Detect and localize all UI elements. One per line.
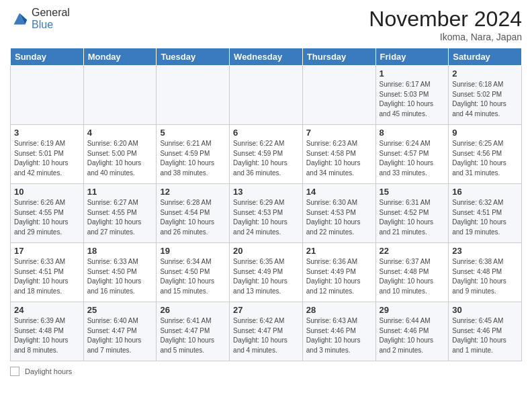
title-block: November 2024 Ikoma, Nara, Japan: [369, 7, 522, 42]
day-info: Sunrise: 6:35 AM Sunset: 4:49 PM Dayligh…: [233, 257, 299, 296]
logo-general: General: [32, 7, 70, 18]
day-info: Sunrise: 6:32 AM Sunset: 4:51 PM Dayligh…: [452, 198, 518, 237]
header-row: SundayMondayTuesdayWednesdayThursdayFrid…: [11, 48, 522, 66]
day-info: Sunrise: 6:44 AM Sunset: 4:46 PM Dayligh…: [380, 316, 445, 355]
day-cell: 19Sunrise: 6:34 AM Sunset: 4:50 PM Dayli…: [157, 243, 230, 302]
day-cell: 5Sunrise: 6:21 AM Sunset: 4:59 PM Daylig…: [157, 125, 230, 184]
day-info: Sunrise: 6:45 AM Sunset: 4:46 PM Dayligh…: [452, 316, 518, 355]
day-number: 11: [87, 187, 153, 197]
day-info: Sunrise: 6:38 AM Sunset: 4:48 PM Dayligh…: [452, 257, 518, 296]
day-info: Sunrise: 6:37 AM Sunset: 4:48 PM Dayligh…: [380, 257, 445, 296]
day-info: Sunrise: 6:25 AM Sunset: 4:56 PM Dayligh…: [452, 139, 518, 178]
day-number: 17: [14, 246, 80, 256]
day-cell: 18Sunrise: 6:33 AM Sunset: 4:50 PM Dayli…: [83, 243, 157, 302]
day-info: Sunrise: 6:18 AM Sunset: 5:02 PM Dayligh…: [452, 80, 518, 119]
day-number: 10: [14, 187, 80, 197]
day-info: Sunrise: 6:22 AM Sunset: 4:59 PM Dayligh…: [233, 139, 299, 178]
day-info: Sunrise: 6:41 AM Sunset: 4:47 PM Dayligh…: [160, 316, 226, 355]
day-cell: 2Sunrise: 6:18 AM Sunset: 5:02 PM Daylig…: [449, 66, 522, 125]
day-number: 30: [452, 305, 518, 315]
day-cell: 24Sunrise: 6:39 AM Sunset: 4:48 PM Dayli…: [11, 302, 84, 361]
day-info: Sunrise: 6:34 AM Sunset: 4:50 PM Dayligh…: [160, 257, 226, 296]
week-row-1: 1Sunrise: 6:17 AM Sunset: 5:03 PM Daylig…: [11, 66, 522, 125]
day-cell: 3Sunrise: 6:19 AM Sunset: 5:01 PM Daylig…: [11, 125, 84, 184]
day-number: 26: [160, 305, 226, 315]
day-cell: [157, 66, 230, 125]
day-cell: 15Sunrise: 6:31 AM Sunset: 4:52 PM Dayli…: [375, 184, 449, 243]
day-cell: 10Sunrise: 6:26 AM Sunset: 4:55 PM Dayli…: [11, 184, 84, 243]
day-number: 6: [233, 128, 299, 138]
day-cell: [230, 66, 303, 125]
day-number: 9: [452, 128, 518, 138]
day-cell: 28Sunrise: 6:43 AM Sunset: 4:46 PM Dayli…: [302, 302, 375, 361]
day-info: Sunrise: 6:27 AM Sunset: 4:55 PM Dayligh…: [87, 198, 153, 237]
location-subtitle: Ikoma, Nara, Japan: [369, 32, 522, 42]
day-info: Sunrise: 6:24 AM Sunset: 4:57 PM Dayligh…: [380, 139, 445, 178]
day-number: 28: [306, 305, 372, 315]
day-number: 2: [452, 68, 518, 79]
day-number: 16: [452, 187, 518, 197]
day-number: 1: [380, 68, 445, 79]
day-number: 23: [452, 246, 518, 256]
day-cell: 20Sunrise: 6:35 AM Sunset: 4:49 PM Dayli…: [230, 243, 303, 302]
day-info: Sunrise: 6:40 AM Sunset: 4:47 PM Dayligh…: [87, 316, 153, 355]
day-number: 20: [233, 246, 299, 256]
legend-box: [10, 367, 19, 376]
day-cell: 27Sunrise: 6:42 AM Sunset: 4:47 PM Dayli…: [230, 302, 303, 361]
day-cell: 13Sunrise: 6:29 AM Sunset: 4:53 PM Dayli…: [230, 184, 303, 243]
day-cell: 8Sunrise: 6:24 AM Sunset: 4:57 PM Daylig…: [375, 125, 449, 184]
day-cell: 25Sunrise: 6:40 AM Sunset: 4:47 PM Dayli…: [83, 302, 157, 361]
legend-label: Daylight hours: [25, 367, 72, 375]
day-cell: 21Sunrise: 6:36 AM Sunset: 4:49 PM Dayli…: [302, 243, 375, 302]
day-number: 12: [160, 187, 226, 197]
day-cell: 7Sunrise: 6:23 AM Sunset: 4:58 PM Daylig…: [302, 125, 375, 184]
day-cell: 1Sunrise: 6:17 AM Sunset: 5:03 PM Daylig…: [375, 66, 449, 125]
logo-text: General Blue: [32, 7, 70, 31]
day-number: 27: [233, 305, 299, 315]
day-cell: 12Sunrise: 6:28 AM Sunset: 4:54 PM Dayli…: [157, 184, 230, 243]
day-number: 8: [380, 128, 445, 138]
legend: Daylight hours: [10, 367, 522, 376]
month-title: November 2024: [369, 7, 522, 32]
day-number: 7: [306, 128, 372, 138]
day-info: Sunrise: 6:36 AM Sunset: 4:49 PM Dayligh…: [306, 257, 372, 296]
header-day-tuesday: Tuesday: [157, 48, 230, 66]
day-number: 29: [380, 305, 445, 315]
day-cell: [302, 66, 375, 125]
logo: General Blue: [10, 7, 70, 31]
day-cell: 26Sunrise: 6:41 AM Sunset: 4:47 PM Dayli…: [157, 302, 230, 361]
day-info: Sunrise: 6:39 AM Sunset: 4:48 PM Dayligh…: [14, 316, 80, 355]
day-cell: 29Sunrise: 6:44 AM Sunset: 4:46 PM Dayli…: [375, 302, 449, 361]
day-number: 22: [380, 246, 445, 256]
day-cell: 14Sunrise: 6:30 AM Sunset: 4:53 PM Dayli…: [302, 184, 375, 243]
header-day-thursday: Thursday: [302, 48, 375, 66]
day-cell: 6Sunrise: 6:22 AM Sunset: 4:59 PM Daylig…: [230, 125, 303, 184]
day-number: 15: [380, 187, 445, 197]
day-number: 21: [306, 246, 372, 256]
day-cell: 9Sunrise: 6:25 AM Sunset: 4:56 PM Daylig…: [449, 125, 522, 184]
day-info: Sunrise: 6:42 AM Sunset: 4:47 PM Dayligh…: [233, 316, 299, 355]
day-info: Sunrise: 6:29 AM Sunset: 4:53 PM Dayligh…: [233, 198, 299, 237]
day-info: Sunrise: 6:33 AM Sunset: 4:51 PM Dayligh…: [14, 257, 80, 296]
logo-icon: [10, 9, 29, 28]
header-day-wednesday: Wednesday: [230, 48, 303, 66]
day-info: Sunrise: 6:31 AM Sunset: 4:52 PM Dayligh…: [380, 198, 445, 237]
day-info: Sunrise: 6:43 AM Sunset: 4:46 PM Dayligh…: [306, 316, 372, 355]
day-number: 5: [160, 128, 226, 138]
day-cell: 4Sunrise: 6:20 AM Sunset: 5:00 PM Daylig…: [83, 125, 157, 184]
day-number: 18: [87, 246, 153, 256]
day-info: Sunrise: 6:20 AM Sunset: 5:00 PM Dayligh…: [87, 139, 153, 178]
day-cell: 17Sunrise: 6:33 AM Sunset: 4:51 PM Dayli…: [11, 243, 84, 302]
day-cell: [83, 66, 157, 125]
day-cell: 16Sunrise: 6:32 AM Sunset: 4:51 PM Dayli…: [449, 184, 522, 243]
day-info: Sunrise: 6:19 AM Sunset: 5:01 PM Dayligh…: [14, 139, 80, 178]
header-day-sunday: Sunday: [11, 48, 84, 66]
day-cell: 22Sunrise: 6:37 AM Sunset: 4:48 PM Dayli…: [375, 243, 449, 302]
day-info: Sunrise: 6:28 AM Sunset: 4:54 PM Dayligh…: [160, 198, 226, 237]
day-info: Sunrise: 6:30 AM Sunset: 4:53 PM Dayligh…: [306, 198, 372, 237]
day-number: 25: [87, 305, 153, 315]
page-header: General Blue November 2024 Ikoma, Nara, …: [10, 7, 522, 42]
calendar-header: SundayMondayTuesdayWednesdayThursdayFrid…: [11, 48, 522, 66]
day-info: Sunrise: 6:21 AM Sunset: 4:59 PM Dayligh…: [160, 139, 226, 178]
week-row-3: 10Sunrise: 6:26 AM Sunset: 4:55 PM Dayli…: [11, 184, 522, 243]
